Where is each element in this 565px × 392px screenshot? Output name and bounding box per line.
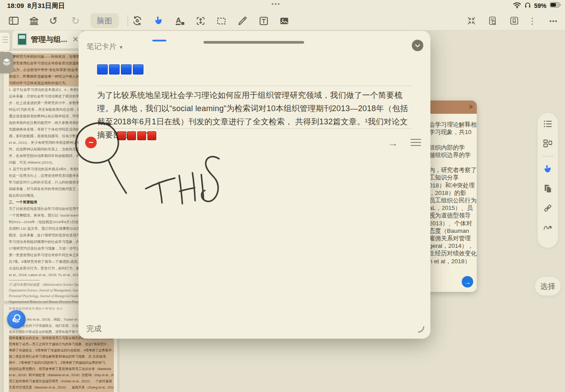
row-menu-icon[interactable] xyxy=(411,139,421,148)
date: 8月31日周日 xyxy=(27,2,65,10)
scribble-button[interactable] xyxy=(541,221,554,234)
next-card-button[interactable]: → xyxy=(462,276,473,287)
marquee-select-button[interactable] xyxy=(213,13,230,28)
active-tool-indicator xyxy=(152,40,166,41)
multitask-handle-icon: ••• xyxy=(271,0,281,7)
red-highlight-blocks[interactable] xyxy=(117,131,156,140)
text-line: 雇佣关系对管理 xyxy=(429,235,477,242)
highlight-text-button[interactable]: A xyxy=(171,13,188,28)
select-button[interactable]: 选择 xyxy=(535,277,561,295)
pencil-tool-button[interactable] xyxy=(234,13,251,28)
text-line xyxy=(429,136,477,143)
card-deck-button[interactable] xyxy=(541,137,554,150)
page-thumbnail[interactable] xyxy=(0,33,10,51)
headphones-icon xyxy=(524,2,531,10)
expand-selection-button[interactable] xyxy=(192,13,209,28)
battery-icon xyxy=(550,2,561,10)
assistant-button[interactable]: ? xyxy=(7,310,26,329)
note-card-title: 笔记卡片 xyxy=(87,42,117,51)
undo-button[interactable]: ↺ xyxy=(45,13,62,28)
indent-arrow-icon[interactable]: → xyxy=(388,137,398,149)
more-menu-button[interactable]: ••• xyxy=(545,13,562,28)
kebab-menu-button[interactable]: ⋮ xyxy=(524,13,541,28)
red-block[interactable] xyxy=(117,131,126,140)
document-tab-title: 管理与组... xyxy=(31,34,67,45)
wifi-icon xyxy=(513,2,521,10)
drag-handle[interactable] xyxy=(203,41,304,44)
library-button[interactable] xyxy=(26,13,42,28)
hand-tool-sidebar-button[interactable] xyxy=(541,163,554,176)
blue-block[interactable] xyxy=(109,64,120,75)
text-line: 关系对管理态度（Bauman et al., 2016）、雇佣关系（Zhang … xyxy=(9,385,114,391)
collapse-card-button[interactable] xyxy=(412,40,423,51)
note-card-modal: 笔记卡片 ▼ 为了比较系统地呈现社会学习理论如何应用于组织管理研究领域，我们做了… xyxy=(79,31,430,339)
sidebar-divider xyxy=(542,156,554,157)
mindmap-button[interactable]: 脑图 xyxy=(90,13,119,28)
next-arrow-icon: → xyxy=(464,278,471,286)
peek-card-header: > xyxy=(423,101,477,114)
sync-settings-button[interactable] xyxy=(129,13,146,28)
document-search-button[interactable] xyxy=(484,13,501,28)
text-line: 究考察了成员—员工之间关于越轨行为的学习现象。在这7项研究中， xyxy=(9,341,114,347)
right-sidebar xyxy=(538,113,558,248)
red-block[interactable] xyxy=(127,131,136,140)
link-button[interactable] xyxy=(541,202,554,215)
svg-text:A: A xyxy=(176,16,181,25)
toolbar: ↺ ↻ 脑图 A ⋮ ••• xyxy=(0,11,565,30)
text-line: 越组织边界的学 xyxy=(429,151,477,159)
text-line: 员工如何将学习者视为道德型领导（Kohan et al., 2013）、个体对雇… xyxy=(9,378,114,385)
card-divider-bottom xyxy=(97,128,412,129)
text-line: 视为道德型领导 xyxy=(429,212,477,219)
bookmark-button[interactable] xyxy=(506,13,523,28)
blue-block[interactable] xyxy=(97,64,108,75)
text-line: 组织内部的学 xyxy=(429,144,477,151)
assistant-chat-question-icon: ? xyxy=(11,313,22,326)
dropdown-caret-icon: ▼ xyxy=(119,45,124,50)
red-block[interactable] xyxy=(137,131,146,140)
close-tab-icon[interactable]: ✕ xyxy=(72,35,79,44)
blue-block[interactable] xyxy=(121,64,132,75)
hand-tool-button[interactable] xyxy=(150,13,167,28)
battery-percent: 59% xyxy=(534,2,546,9)
copy-pages-button[interactable] xyxy=(541,182,554,195)
document-tab[interactable]: 管理与组... ✕ xyxy=(12,30,83,49)
clock: 18:09 xyxy=(7,2,24,9)
collapse-window-button[interactable] xyxy=(463,13,480,28)
chevron-down-icon xyxy=(415,41,420,49)
footnote-separator xyxy=(9,280,40,280)
blue-highlight-blocks[interactable] xyxy=(97,64,143,75)
expand-card-chevron-icon[interactable]: > xyxy=(469,103,473,110)
redo-button[interactable]: ↻ xyxy=(67,13,84,28)
sidebar-toggle-button[interactable] xyxy=(5,13,22,28)
text-line: 学习现象，共10 xyxy=(429,128,477,136)
text-line: et al., 2018）和冲突处理（Babalola et al., 2018… xyxy=(9,372,114,378)
image-tool-button[interactable] xyxy=(276,13,293,28)
note-card-title-dropdown[interactable]: 笔记卡片 ▼ xyxy=(87,41,124,52)
text-line: n et al，2018） xyxy=(429,258,477,265)
red-block[interactable] xyxy=(147,131,156,140)
svg-text:?: ? xyxy=(14,318,16,322)
done-button[interactable]: 完成 xyxy=(87,324,102,334)
delete-row-button[interactable]: − xyxy=(85,137,97,148)
layers-tab-button[interactable] xyxy=(0,52,13,73)
text-line: aL，2015）、员 xyxy=(429,204,477,212)
text-line: 考察了传递效应，5项考察了传递效应的内在机制，4项考察了边界条件， xyxy=(9,347,114,354)
text-line: ，2018）的影 xyxy=(429,189,477,197)
minus-icon: − xyxy=(89,138,94,146)
text-line: 员工组织公民行为 xyxy=(429,197,477,204)
toolbar-separator xyxy=(128,15,128,26)
text-line: 态度（Bauman xyxy=(429,227,477,235)
select-button-label: 选择 xyxy=(540,281,555,291)
text-line xyxy=(429,159,477,166)
card-divider-top xyxy=(97,86,412,86)
blue-block[interactable] xyxy=(133,64,143,75)
peek-card-body: 会学习理论解释相学习现象，共10 组织内部的学越组织边界的学 内，研究者考察了工… xyxy=(429,121,477,265)
text-line: 会学习理论解释相 xyxy=(429,121,477,128)
text-line: 018）和冲突处理 xyxy=(429,182,477,189)
outline-list-button[interactable] xyxy=(541,117,554,131)
textbox-tool-button[interactable] xyxy=(255,13,272,28)
peek-note-card[interactable]: > 会学习理论解释相学习现象，共10 组织内部的学越组织边界的学 内，研究者考察… xyxy=(423,101,477,292)
resize-handle[interactable] xyxy=(417,325,425,335)
layers-icon xyxy=(2,57,11,68)
text-line: 其中，7项考察了组织内部的学习，2项考察了跨越组织边界的学习。 xyxy=(9,360,114,366)
